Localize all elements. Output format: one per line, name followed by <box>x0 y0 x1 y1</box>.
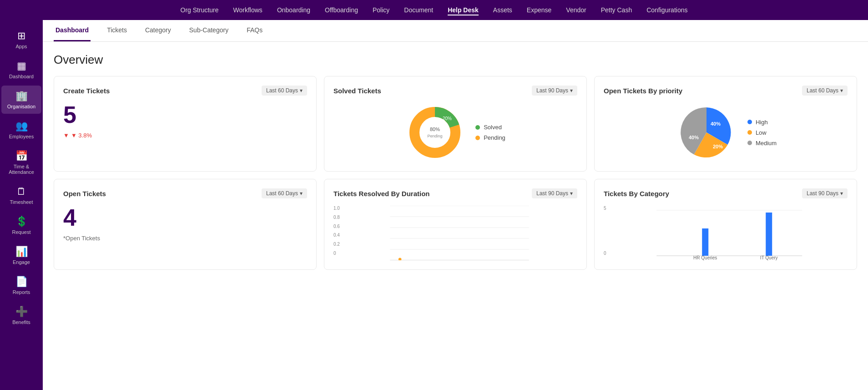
it-query-bar <box>766 213 772 256</box>
sidebar-item-request[interactable]: 💲 Request <box>1 211 41 239</box>
sidebar-item-reports[interactable]: 📄 Reports <box>1 271 41 299</box>
tab-tickets[interactable]: Tickets <box>105 20 129 41</box>
chevron-down-icon: ▾ <box>300 190 303 197</box>
sidebar-label-apps: Apps <box>15 44 27 49</box>
sub-tabs: Dashboard Tickets Category Sub-Category … <box>43 20 868 42</box>
sidebar-label-engage: Engage <box>13 259 30 265</box>
sidebar-label-benefits: Benefits <box>12 319 30 325</box>
main-layout: ⊞ Apps ▦ Dashboard 🏢 Organisation 👥 Empl… <box>0 20 868 390</box>
resolved-duration-card: Tickets Resolved By Duration Last 90 Day… <box>324 179 587 270</box>
priority-header: Open Tickets By priority Last 60 Days ▾ <box>604 86 848 96</box>
svg-text:40%: 40% <box>711 121 721 127</box>
timesheet-icon: 🗒 <box>16 186 26 198</box>
nav-configurations[interactable]: Configurations <box>646 5 687 15</box>
tab-faqs[interactable]: FAQs <box>245 20 264 41</box>
chevron-down-icon: ▾ <box>840 190 843 197</box>
sidebar-item-organisation[interactable]: 🏢 Organisation <box>1 86 41 114</box>
open-tickets-priority-card: Open Tickets By priority Last 60 Days ▾ <box>594 76 857 172</box>
sidebar-item-benefits[interactable]: ➕ Benefits <box>1 301 41 329</box>
tickets-category-date-filter[interactable]: Last 90 Days ▾ <box>802 188 848 198</box>
nav-expense[interactable]: Expense <box>527 5 551 15</box>
priority-title: Open Tickets By priority <box>604 87 682 95</box>
priority-date-filter[interactable]: Last 60 Days ▾ <box>802 86 848 96</box>
svg-point-15 <box>399 258 402 260</box>
sidebar-item-time-attendance[interactable]: 📅 Time & Attendance <box>1 146 41 179</box>
create-tickets-date-filter[interactable]: Last 60 Days ▾ <box>262 86 307 96</box>
sidebar-item-timesheet[interactable]: 🗒 Timesheet <box>1 181 41 209</box>
priority-legend: High Low Medium <box>747 119 777 147</box>
resolved-duration-title: Tickets Resolved By Duration <box>333 190 429 198</box>
create-tickets-trend: ▼ ▼ 3.8% <box>63 132 307 139</box>
nav-document[interactable]: Document <box>404 5 433 15</box>
solved-tickets-date-filter[interactable]: Last 90 Days ▾ <box>532 86 577 96</box>
high-dot <box>747 120 752 124</box>
page-content: Overview Create Tickets Last 60 Days ▾ 5… <box>43 42 868 390</box>
sidebar-label-timesheet: Timesheet <box>10 199 33 205</box>
tickets-category-header: Tickets By Category Last 90 Days ▾ <box>604 188 848 198</box>
reports-icon: 📄 <box>15 276 28 288</box>
pie-chart-svg: 40% 20% 40% <box>675 103 738 162</box>
sidebar-label-organisation: Organisation <box>7 104 35 109</box>
cards-grid-top: Create Tickets Last 60 Days ▾ 5 ▼ ▼ 3.8% <box>54 76 857 172</box>
tab-dashboard[interactable]: Dashboard <box>54 20 91 41</box>
legend-solved: Solved <box>475 124 505 131</box>
sidebar-item-engage[interactable]: 📊 Engage <box>1 241 41 269</box>
svg-text:40%: 40% <box>689 135 699 140</box>
pending-dot <box>475 136 480 140</box>
nav-policy[interactable]: Policy <box>373 5 389 15</box>
legend-high: High <box>747 119 777 126</box>
open-tickets-header: Open Tickets Last 60 Days ▾ <box>63 188 307 198</box>
sidebar-item-apps[interactable]: ⊞ Apps <box>1 25 41 54</box>
nav-workflows[interactable]: Workflows <box>233 5 262 15</box>
engage-icon: 📊 <box>15 246 28 258</box>
solved-tickets-legend: Solved Pending <box>475 124 505 141</box>
employees-icon: 👥 <box>15 120 28 132</box>
nav-vendor[interactable]: Vendor <box>566 5 586 15</box>
sidebar-item-employees[interactable]: 👥 Employees <box>1 116 41 144</box>
create-tickets-count: 5 <box>63 103 307 127</box>
chevron-down-icon: ▾ <box>840 87 843 94</box>
resolved-duration-date-filter[interactable]: Last 90 Days ▾ <box>532 188 577 198</box>
category-bar-chart-svg: HR Queries IT Query <box>611 206 848 260</box>
sidebar-label-time-attendance: Time & Attendance <box>5 164 38 175</box>
category-chart-wrap: 5 0 HR Quer <box>604 206 848 260</box>
legend-medium: Medium <box>747 140 777 147</box>
nav-offboarding[interactable]: Offboarding <box>325 5 358 15</box>
svg-text:80%: 80% <box>430 127 440 132</box>
nav-petty-cash[interactable]: Petty Cash <box>601 5 632 15</box>
chevron-down-icon: ▾ <box>570 87 573 94</box>
nav-onboarding[interactable]: Onboarding <box>277 5 310 15</box>
line-chart-svg: 1 <box>342 206 577 260</box>
sidebar-label-dashboard: Dashboard <box>9 74 34 79</box>
legend-low: Low <box>747 129 777 136</box>
svg-text:20%: 20% <box>443 116 452 121</box>
apps-icon: ⊞ <box>17 30 25 42</box>
sidebar-label-reports: Reports <box>13 289 30 295</box>
solved-tickets-chart: 80% Pending 20% Solved <box>333 103 577 162</box>
sidebar-item-dashboard[interactable]: ▦ Dashboard <box>1 56 41 84</box>
nav-org-structure[interactable]: Org Structure <box>181 5 219 15</box>
solved-dot <box>475 125 480 130</box>
svg-text:IT Query: IT Query <box>760 255 777 260</box>
content-area: Dashboard Tickets Category Sub-Category … <box>43 20 868 390</box>
category-y-axis: 5 0 <box>604 206 608 256</box>
tickets-category-title: Tickets By Category <box>604 190 669 198</box>
nav-help-desk[interactable]: Help Desk <box>448 5 479 15</box>
sidebar-label-request: Request <box>12 229 31 235</box>
create-tickets-card: Create Tickets Last 60 Days ▾ 5 ▼ ▼ 3.8% <box>54 76 317 172</box>
resolved-duration-header: Tickets Resolved By Duration Last 90 Day… <box>333 188 577 198</box>
medium-dot <box>747 141 752 145</box>
solved-tickets-card: Solved Tickets Last 90 Days ▾ 80% <box>324 76 587 172</box>
nav-assets[interactable]: Assets <box>493 5 512 15</box>
tab-sub-category[interactable]: Sub-Category <box>187 20 230 41</box>
low-dot <box>747 130 752 135</box>
trend-arrow-icon: ▼ <box>63 132 69 139</box>
page-title: Overview <box>54 53 857 67</box>
tab-category[interactable]: Category <box>143 20 173 41</box>
open-tickets-date-filter[interactable]: Last 60 Days ▾ <box>262 188 307 198</box>
hr-queries-bar <box>702 228 708 256</box>
legend-pending: Pending <box>475 134 505 141</box>
solved-tickets-title: Solved Tickets <box>333 87 381 95</box>
sidebar-label-employees: Employees <box>9 134 34 139</box>
chevron-down-icon: ▾ <box>300 87 303 94</box>
